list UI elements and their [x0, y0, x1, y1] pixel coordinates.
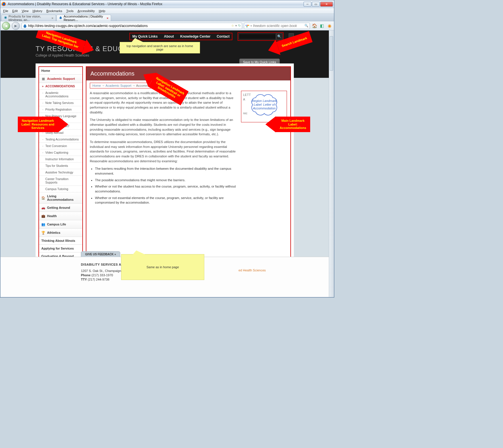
sublist-item[interactable]: Video Captioning — [39, 149, 82, 156]
bullet: The possible accommodations that might r… — [95, 178, 238, 183]
sidebar-nav: Home ▦ Academic Support ACCOMMODATIONS A… — [38, 66, 83, 269]
footer-link[interactable]: ed Health Sciences — [238, 269, 266, 272]
url-bar[interactable]: ☆ ▾ ↻ — [22, 23, 242, 29]
sticky-bottom: Same as in home page — [121, 254, 204, 280]
window-titlebar: Accommodations | Disability Resources & … — [0, 0, 334, 8]
bullet: Whether or not the student has access to… — [95, 184, 238, 194]
topnav-link[interactable]: Contact — [217, 34, 230, 38]
academic-icon: ▦ — [41, 77, 45, 81]
sublist-item[interactable]: Testing Accommodations — [39, 136, 82, 143]
bullet: Whether or not essential elements of the… — [95, 196, 238, 205]
footer-tty: TTY (217) 244-9738 — [81, 278, 329, 281]
car-icon: 🚗 — [41, 206, 45, 210]
sublist-item[interactable]: ACCOMMODATIONS — [39, 83, 82, 90]
footer-phone: Phone (217) 333-1970 — [81, 273, 329, 277]
sidebar-item-athletics[interactable]: 🏆Athletics — [39, 229, 82, 237]
feed-icon[interactable]: ◉ — [327, 23, 332, 29]
search-engine-box[interactable]: ●●●● ▾ 🔍 — [244, 23, 310, 29]
sublist-item[interactable]: Academic Accommodations — [39, 90, 82, 100]
minimize-button[interactable]: ─ — [304, 2, 311, 7]
firefox-icon — [1, 2, 6, 6]
browser-tab-1[interactable]: Products for low vision, blindness, an..… — [1, 15, 56, 21]
paragraph: A reasonable accommodation is a modifica… — [90, 91, 238, 115]
reload-icon[interactable]: ↻ — [238, 24, 241, 28]
tab-label: Accommodations | Disability Resourc... — [64, 15, 105, 22]
dropdown-icon[interactable]: ▾ — [250, 24, 252, 27]
sidebar-item-thinking[interactable]: Thinking About Illinois — [39, 237, 82, 245]
topnav-link[interactable]: About — [164, 34, 174, 38]
sublist-item[interactable]: Tips for Students — [39, 163, 82, 169]
dropdown-icon[interactable]: ▾ — [235, 24, 237, 28]
menu-history[interactable]: History — [31, 9, 44, 13]
sidebar-item-campus-life[interactable]: 👥Campus Life — [39, 220, 82, 229]
page-viewport: My Quick Links About Knowledge Center Co… — [1, 30, 329, 297]
sublist-item[interactable]: Text Conversion — [39, 143, 82, 149]
sublist-item[interactable]: Assistive Technology — [39, 169, 82, 176]
menu-help[interactable]: Help — [97, 9, 107, 13]
sidebar-sublist: ACCOMMODATIONS Academic Accommodations N… — [39, 83, 82, 192]
url-input[interactable] — [28, 24, 230, 28]
breadcrumb-home[interactable]: Home — [92, 84, 101, 87]
favicon-drupal-icon — [23, 24, 27, 28]
browser-toolbar: ◄ ► ☆ ▾ ↻ ●●●● ▾ 🔍 🏠 ◧ ◉ — [0, 21, 334, 30]
tab-label: Products for low vision, blindness, an..… — [9, 15, 50, 22]
sidebar-item-home[interactable]: Home — [39, 67, 82, 75]
sidebar-item-living[interactable]: 🏠Living Accommodations — [39, 192, 82, 204]
sublist-item[interactable]: Interpreting/CART — [39, 123, 82, 130]
menu-file[interactable]: File — [1, 9, 10, 13]
topnav-link[interactable]: Knowledge Center — [180, 34, 210, 38]
breadcrumb-mid[interactable]: Academic Support — [106, 84, 131, 87]
vertical-scrollbar[interactable] — [329, 30, 334, 297]
home-icon[interactable]: 🏠 — [312, 23, 317, 29]
close-button[interactable]: ✕ — [320, 2, 333, 7]
page-footer: GIVE US FEEDBACK » DISABILITY SERVICES A… — [1, 257, 329, 297]
footer-links: ed Health Sciences — [238, 269, 266, 272]
sublist-item[interactable]: Priority Registration — [39, 106, 82, 113]
menu-accessibility[interactable]: Accessibility — [76, 9, 96, 13]
topnav-box: My Quick Links About Knowledge Center Co… — [129, 33, 232, 40]
scrollbar-thumb[interactable] — [330, 36, 333, 71]
sublist-item[interactable]: Study Abroad — [39, 130, 82, 136]
tab-close-icon[interactable]: × — [52, 16, 53, 20]
top-navigation: My Quick Links About Knowledge Center Co… — [36, 32, 294, 41]
body-columns: A reasonable accommodation is a modifica… — [86, 91, 290, 211]
sublist-item[interactable]: Note Taking Services — [39, 100, 82, 106]
sublist-item[interactable]: Career Transition Supports — [39, 176, 82, 186]
search-engine-input[interactable] — [253, 24, 303, 28]
tab-close-icon[interactable]: × — [107, 16, 108, 20]
google-icon: ●●●● — [245, 24, 249, 28]
back-button[interactable]: ◄ — [2, 22, 10, 30]
favicon-drupal-icon — [59, 16, 62, 20]
browser-tab-2[interactable]: Accommodations | Disability Resourc... × — [57, 15, 111, 21]
site-search-input[interactable] — [239, 34, 276, 39]
sidebar-item-health[interactable]: 💼Health — [39, 212, 82, 220]
bookmark-star-icon[interactable]: ☆ — [231, 24, 234, 28]
trophy-icon: 🏆 — [41, 231, 45, 235]
sidebar-item-applying[interactable]: Applying for Services — [39, 245, 82, 252]
window-controls: ─ ▭ ✕ — [304, 2, 333, 7]
svg-point-3 — [5, 17, 6, 18]
menu-tools[interactable]: Tools — [65, 9, 75, 13]
site-search-box: 🔍 — [238, 32, 283, 41]
feedback-tab[interactable]: GIVE US FEEDBACK » — [81, 251, 120, 257]
page-heading: Accommodations — [86, 67, 290, 80]
sublist-item[interactable]: Instructor Information — [39, 156, 82, 163]
sublist-item[interactable]: Campus Tutoring — [39, 186, 82, 192]
sublist-item[interactable]: Non Primary Language Requirement — [39, 113, 82, 123]
body-text: A reasonable accommodation is a modifica… — [90, 91, 238, 208]
addon-icon[interactable]: ◧ — [319, 23, 325, 29]
login-icon[interactable] — [289, 33, 294, 40]
site-search-button[interactable]: 🔍 — [276, 33, 282, 40]
topnav-link[interactable]: My Quick Links — [132, 34, 158, 38]
menu-view[interactable]: View — [20, 9, 30, 13]
search-icon[interactable]: 🔍 — [304, 24, 308, 28]
menu-edit[interactable]: Edit — [11, 9, 20, 13]
forward-button[interactable]: ► — [12, 22, 20, 30]
bullet-list: The barriers resulting from the interact… — [95, 166, 238, 205]
sidebar-item-getting-around[interactable]: 🚗Getting Around — [39, 204, 82, 212]
menu-bookmarks[interactable]: Bookmarks — [45, 9, 64, 13]
breadcrumb: Home → Academic Support → Accommodations — [90, 83, 163, 88]
maximize-button[interactable]: ▭ — [312, 2, 320, 7]
sidebar-item-academic-support[interactable]: ▦ Academic Support — [39, 75, 82, 83]
favicon-eye-icon — [4, 16, 7, 20]
